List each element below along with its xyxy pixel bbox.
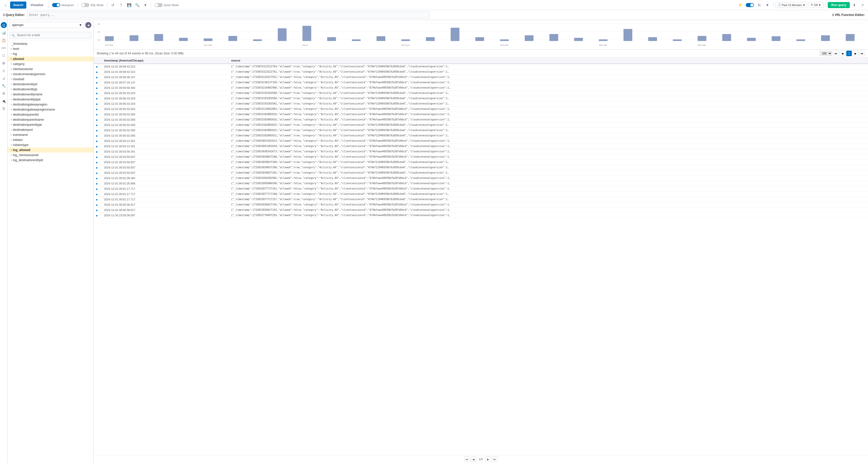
row-expand-icon[interactable]: ▶ (96, 97, 98, 100)
field-item-destinationparentid[interactable]: ▾ destinationparentid (8, 112, 93, 117)
help-icon[interactable]: ? (117, 2, 125, 9)
time-range-button[interactable]: 🕐 Past 15 Minutes ▼ (775, 2, 808, 8)
row-expand-cell[interactable]: ▶ (94, 85, 101, 91)
row-expand-cell[interactable]: ▶ (94, 144, 101, 149)
row-expand-icon[interactable]: ▶ (96, 161, 98, 164)
row-expand-icon[interactable]: ▶ (96, 182, 98, 185)
current-page-button[interactable]: 1 (846, 51, 852, 56)
stream-icon[interactable]: ⚡ (737, 2, 744, 9)
table-row[interactable]: ▶ 2024-12-01 00:07:18.137 {"_timestamp":… (94, 80, 868, 85)
row-expand-cell[interactable]: ▶ (94, 160, 101, 165)
field-item-destinationparenttype[interactable]: ▾ destinationparenttype (8, 122, 93, 127)
row-expand-cell[interactable]: ▶ (94, 112, 101, 117)
row-expand-cell[interactable]: ▶ (94, 138, 101, 144)
row-expand-icon[interactable]: ▶ (96, 76, 98, 79)
table-row[interactable]: ▶ 2024-12-01 00:06:33.203 {"_timestamp":… (94, 91, 868, 96)
func-dropdown-icon[interactable]: ▼ (764, 2, 771, 9)
table-row[interactable]: ▶ 2024-12-01 00:01:35.806 {"_timestamp":… (94, 181, 868, 186)
table-row[interactable]: ▶ 2024-12-01 00:03:50.837 {"_timestamp":… (94, 170, 868, 176)
sidebar-icon-settings[interactable]: ⚙ (1, 90, 7, 96)
row-expand-icon[interactable]: ▶ (96, 140, 98, 143)
field-item-destinationgatewayregion[interactable]: ▾ destinationgatewayregion (8, 102, 93, 107)
row-expand-cell[interactable]: ▶ (94, 64, 101, 69)
share-icon[interactable]: ↗ (859, 2, 866, 9)
table-row[interactable]: ▶ 2024-12-01 00:08:42.522 {"_timestamp":… (94, 69, 868, 74)
bottom-first-page-button[interactable]: ⏮ (464, 456, 470, 462)
row-expand-icon[interactable]: ▶ (96, 204, 98, 206)
collapse-panel-button[interactable]: ◀ (85, 22, 91, 28)
row-expand-icon[interactable]: ▶ (96, 82, 98, 84)
field-item-destinationgatewayregionname[interactable]: ▾ destinationgatewayregionname (8, 107, 93, 112)
field-item-level[interactable]: ▾ level (8, 46, 93, 51)
row-expand-cell[interactable]: ▶ (94, 186, 101, 191)
row-expand-icon[interactable]: ▶ (96, 103, 98, 105)
sidebar-icon-plugin[interactable]: 🔌 (1, 98, 7, 104)
row-expand-icon[interactable]: ▶ (96, 119, 98, 121)
row-expand-icon[interactable]: ▶ (96, 145, 98, 148)
field-item-destinationentitytype[interactable]: ▾ destinationentitytype (8, 97, 93, 102)
table-row[interactable]: ▶ 2024-12-01 00:06:33.203 {"_timestamp":… (94, 96, 868, 101)
visualize-tab[interactable]: Visualize (27, 2, 46, 9)
prev-page-button[interactable]: ◀ (840, 51, 845, 56)
row-expand-cell[interactable]: ▶ (94, 170, 101, 176)
sidebar-icon-filter[interactable]: ⊿ (1, 75, 7, 81)
row-expand-cell[interactable]: ▶ (94, 69, 101, 74)
field-item-allowed[interactable]: ▾ allowed (8, 56, 93, 61)
row-expand-cell[interactable]: ▶ (94, 117, 101, 122)
row-expand-icon[interactable]: ▶ (96, 134, 98, 137)
table-row[interactable]: ▶ 2024-12-01 00:05:02.005 {"_timestamp":… (94, 112, 868, 117)
row-expand-icon[interactable]: ▶ (96, 71, 98, 73)
table-row[interactable]: ▶ 2024-12-01 00:00:36.817 {"_timestamp":… (94, 202, 868, 208)
table-row[interactable]: ▶ 2024-12-01 00:08:38.157 {"_timestamp":… (94, 74, 868, 80)
table-row[interactable]: ▶ 2024-12-01 00:06:33.203 {"_timestamp":… (94, 101, 868, 106)
row-expand-icon[interactable]: ▶ (96, 92, 98, 95)
row-expand-icon[interactable]: ▶ (96, 198, 98, 201)
row-expand-cell[interactable]: ▶ (94, 208, 101, 213)
field-item-destinationentityname[interactable]: ▾ destinationentityname (8, 92, 93, 97)
row-expand-cell[interactable]: ▶ (94, 74, 101, 80)
field-item-initiatortype[interactable]: ▾ initiatortype (8, 143, 93, 148)
row-expand-icon[interactable]: ▶ (96, 172, 98, 174)
row-expand-icon[interactable]: ▶ (96, 87, 98, 89)
run-query-button[interactable]: Run query (828, 2, 850, 8)
bottom-prev-page-button[interactable]: ◀ (471, 456, 476, 462)
row-expand-cell[interactable]: ▶ (94, 96, 101, 101)
table-row[interactable]: ▶ 2024-12-01 00:03:50.837 {"_timestamp":… (94, 154, 868, 160)
row-expand-cell[interactable]: ▶ (94, 128, 101, 133)
row-expand-icon[interactable]: ▶ (96, 65, 98, 68)
row-expand-cell[interactable]: ▶ (94, 191, 101, 197)
field-item-destinationentityip[interactable]: ▾ destinationentityip (8, 87, 93, 92)
table-row[interactable]: ▶ 2024-12-01 00:05:02.005 {"_timestamp":… (94, 122, 868, 128)
sidebar-icon-list[interactable]: ☰ (1, 105, 7, 112)
sidebar-icon-log[interactable]: 📋 (1, 37, 7, 43)
field-item-log_clientsessionid[interactable]: ▾ log_clientsessionid (8, 153, 93, 158)
table-row[interactable]: ▶ 2024-12-01 00:03:50.837 {"_timestamp":… (94, 165, 868, 170)
row-expand-icon[interactable]: ▶ (96, 151, 98, 153)
sidebar-icon-puzzle[interactable]: 🔧 (1, 83, 7, 89)
search-tab[interactable]: Search (10, 2, 26, 9)
refresh-button[interactable]: ↻ Off ▼ (809, 2, 823, 8)
table-row[interactable]: ▶ 2024-11-30 23:59:36.097 {"_timestamp":… (94, 213, 868, 218)
home-icon[interactable]: ⌂ (2, 2, 9, 9)
row-expand-cell[interactable]: ▶ (94, 154, 101, 160)
query-editor-input[interactable] (27, 12, 430, 18)
field-item-_timestamp[interactable]: _timestamp (8, 41, 93, 46)
row-expand-cell[interactable]: ▶ (94, 106, 101, 112)
per-page-select[interactable]: 100 50 250 (820, 51, 832, 56)
field-item-clientsessionid[interactable]: ▾ clientsessionid (8, 66, 93, 71)
field-item-eventname[interactable]: ▾ eventname (8, 132, 93, 137)
table-row[interactable]: ▶ 2024-12-01 00:03:56.341 {"_timestamp":… (94, 149, 868, 154)
field-item-destinationentityid[interactable]: ▾ destinationentityid (8, 82, 93, 87)
function-icon[interactable]: fx (756, 2, 763, 9)
next-page-button[interactable]: ▶ (853, 51, 858, 56)
field-item-category[interactable]: ▾ category (8, 61, 93, 66)
field-search-input[interactable] (10, 32, 91, 38)
sql-mode-toggle[interactable] (81, 3, 89, 7)
source-dropdown[interactable]: openvpn ▼ (10, 22, 84, 28)
table-row[interactable]: ▶ 2024-12-01 00:05:02.005 {"_timestamp":… (94, 133, 868, 138)
field-item-clouduid[interactable]: ▾ clouduid (8, 76, 93, 82)
row-expand-icon[interactable]: ▶ (96, 209, 98, 212)
sidebar-icon-share[interactable]: ⬡ (1, 52, 7, 58)
field-item-cloudconnexalogversion[interactable]: ▾ cloudconnexalogversion (8, 71, 93, 76)
dropdown-icon[interactable]: ▼ (142, 2, 149, 9)
